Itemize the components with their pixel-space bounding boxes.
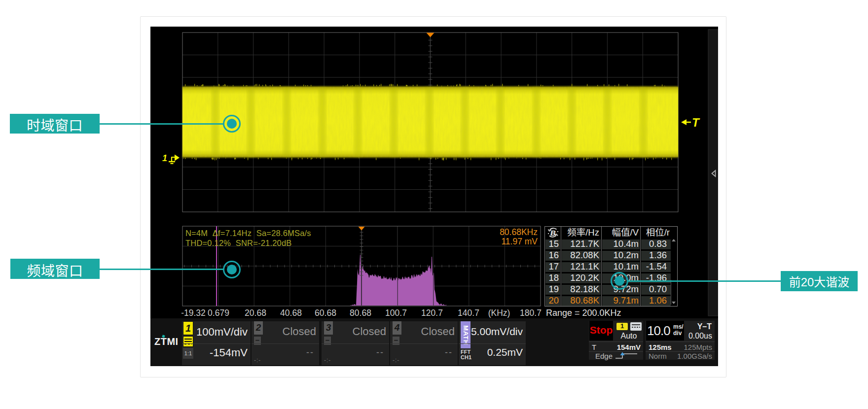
svg-text:B: B: [550, 229, 556, 237]
